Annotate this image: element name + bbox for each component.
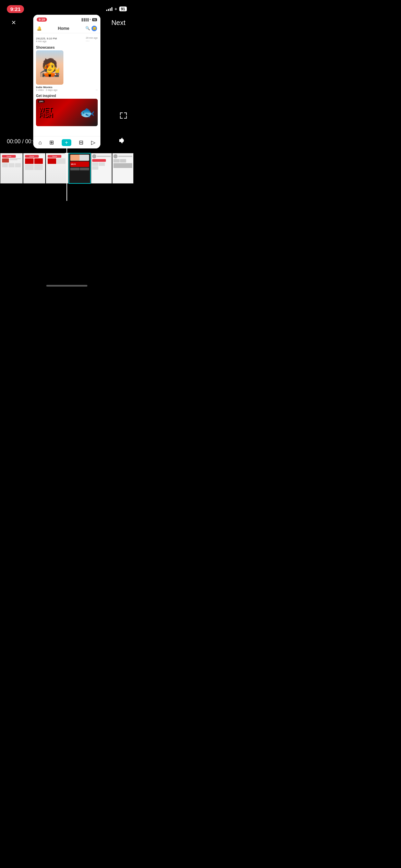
- inner-showcase-meta: 1 video · 2 days ago ···: [36, 89, 98, 91]
- inner-showcase-item: 🧑‍🎤 Indie Movies 1 video · 2 days ago ··…: [33, 50, 100, 93]
- inner-status-bar: 9:19 ▐▐▐▐ ⌖ 51: [33, 15, 100, 24]
- signal-bar-1: [106, 10, 107, 11]
- fish-emoji: 🐟: [80, 105, 95, 120]
- video-preview: 9:19 ▐▐▐▐ ⌖ 51 🔔 Home 🔍 😊 291225, 9:10 P…: [0, 30, 134, 133]
- status-bar: 9:21 ⌖ 91: [0, 0, 134, 15]
- thumbnail-1[interactable]: Home: [0, 153, 23, 184]
- volume-icon[interactable]: [117, 136, 127, 147]
- home-indicator: [46, 285, 87, 287]
- thumbnail-6[interactable]: [112, 153, 134, 184]
- inner-tab-plus: +: [62, 139, 71, 146]
- status-icons: ⌖ 91: [106, 6, 127, 12]
- inner-post-dots: ···: [86, 39, 98, 43]
- thumbnail-2[interactable]: Home: [23, 153, 46, 184]
- next-button[interactable]: Next: [111, 19, 125, 27]
- inner-plus-icon: +: [65, 140, 68, 146]
- inner-post-right-meta: 29 min ago: [86, 37, 98, 39]
- thumbnail-5[interactable]: [91, 153, 112, 184]
- signal-bar-4: [111, 7, 112, 11]
- thumbnail-4-selected[interactable]: WE FI: [69, 153, 91, 184]
- wet-fish-text: WET FISH: [36, 107, 53, 118]
- battery-badge: 91: [119, 7, 127, 11]
- inner-status-icons: ▐▐▐▐ ⌖ 51: [81, 18, 97, 21]
- inner-time: 9:19: [37, 17, 47, 22]
- inner-wifi-icon: ⌖: [89, 18, 91, 21]
- inner-showcase-dots: ···: [96, 89, 98, 91]
- inner-search-icon: 🔍: [85, 26, 90, 31]
- inner-post-right: 29 min ago ···: [86, 37, 98, 43]
- timeline: Home Home: [0, 153, 134, 201]
- inner-inspired-title: Get inspired: [33, 93, 100, 99]
- inner-battery: 51: [92, 18, 97, 21]
- inner-nav-icons: 🔍 😊: [85, 26, 97, 31]
- inner-tab-gallery: ⊞: [49, 139, 54, 146]
- inner-gallery-icon: ⊞: [49, 139, 54, 146]
- inner-post-text: 291225, 9:10 PM: [36, 37, 57, 40]
- status-time: 9:21: [7, 5, 24, 13]
- playhead: [66, 146, 67, 201]
- inner-inspired-thumb: {SP} WET FISH 🐟: [36, 99, 98, 126]
- inner-home-icon: ⌂: [38, 140, 42, 146]
- expand-icon[interactable]: [119, 111, 128, 123]
- close-button[interactable]: ×: [8, 17, 19, 28]
- wifi-icon: ⌖: [114, 6, 117, 12]
- wet-text-line2: FISH: [39, 112, 53, 118]
- inner-avatar: 😊: [92, 26, 97, 31]
- inner-showcases-title: Showcases: [33, 44, 100, 50]
- inner-tab-home: ⌂: [38, 140, 42, 146]
- inner-stats-icon: ⊟: [79, 139, 83, 146]
- inner-showcase-label: Indie Movies: [36, 86, 98, 89]
- inner-home-title: Home: [58, 26, 69, 31]
- inner-tab-video: ▷: [91, 139, 95, 146]
- signal-bar-3: [110, 8, 111, 11]
- phone-mockup: 9:19 ▐▐▐▐ ⌖ 51 🔔 Home 🔍 😊 291225, 9:10 P…: [33, 15, 100, 148]
- inner-showcase-meta-text: 1 video · 2 days ago: [36, 89, 58, 91]
- inner-tab-stats: ⊟: [79, 139, 83, 146]
- inner-post-meta: 4 min ago: [36, 40, 57, 43]
- inner-bell-icon: 🔔: [37, 26, 42, 31]
- cartoon-character: 🧑‍🎤: [36, 50, 63, 85]
- current-time: 00:00: [7, 138, 21, 144]
- inner-signal-icon: ▐▐▐▐: [81, 18, 89, 21]
- inner-post-header: 291225, 9:10 PM 4 min ago 29 min ago ···: [33, 35, 100, 44]
- signal-bar-2: [108, 9, 109, 11]
- inner-video-icon: ▷: [91, 139, 95, 146]
- inner-post-left: 291225, 9:10 PM 4 min ago: [36, 37, 57, 43]
- inner-showcase-thumb: 🧑‍🎤: [36, 50, 63, 85]
- sp-badge: {SP}: [38, 100, 45, 103]
- thumbnail-3[interactable]: Home: [46, 153, 69, 184]
- signal-bars: [106, 7, 112, 11]
- inner-nav: 🔔 Home 🔍 😊: [33, 24, 100, 33]
- inner-content: 291225, 9:10 PM 4 min ago 29 min ago ···…: [33, 33, 100, 136]
